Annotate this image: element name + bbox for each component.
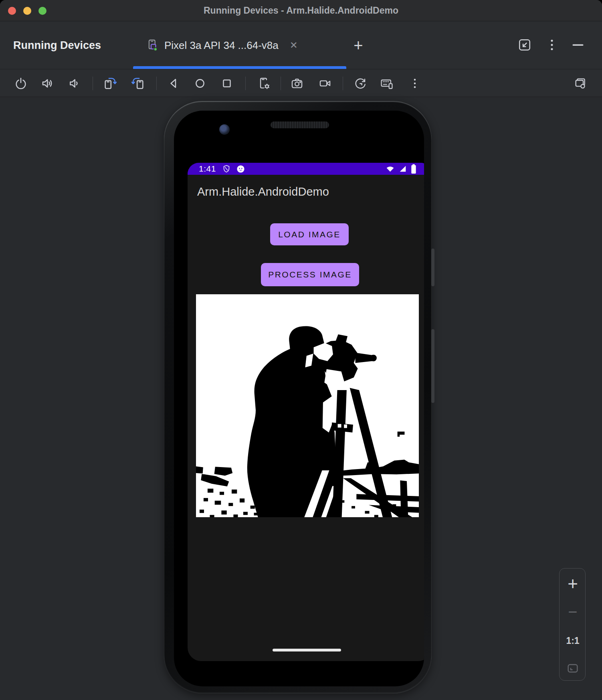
power-side-button [431, 249, 434, 286]
tab-label: Pixel 3a API 34 ...64-v8a [164, 39, 279, 52]
window-title: Running Devices - Arm.Halide.AndroidDemo [0, 0, 602, 21]
process-image-button[interactable]: PROCESS IMAGE [261, 263, 359, 286]
android-back-icon[interactable] [165, 75, 182, 92]
cameraman-threshold-image [196, 294, 419, 517]
rotate-clockwise-icon[interactable] [101, 75, 118, 92]
android-home-icon[interactable] [192, 75, 208, 92]
screenshot-camera-icon[interactable] [289, 75, 305, 92]
toolbar-separator [343, 77, 343, 90]
macos-titlebar: Running Devices - Arm.Halide.AndroidDemo [0, 0, 602, 21]
toolbar-separator [156, 77, 157, 90]
android-display[interactable]: 1:41 [188, 163, 424, 661]
zoom-actual-size-button[interactable]: 1:1 [560, 629, 586, 653]
gesture-home-indicator [273, 649, 341, 651]
rotate-counterclockwise-icon[interactable] [130, 75, 147, 92]
zoom-in-button[interactable]: + [560, 572, 586, 596]
toolbar-separator [93, 77, 93, 90]
status-time: 1:41 [199, 164, 216, 174]
volume-down-icon[interactable] [66, 75, 83, 92]
device-screen: 1:41 [174, 111, 424, 686]
screen-record-icon[interactable] [317, 75, 333, 92]
volume-side-button [431, 329, 434, 403]
app-title: Arm.Halide.AndroidDemo [197, 185, 329, 198]
wifi-icon [386, 164, 395, 174]
tab-pixel-3a[interactable]: Pixel 3a API 34 ...64-v8a ✕ [129, 22, 350, 69]
dock-panel-icon[interactable] [517, 37, 533, 53]
zoom-out-button[interactable]: − [560, 600, 586, 624]
active-tab-indicator [133, 66, 346, 69]
pixel-3a-device-frame: 1:41 [164, 101, 432, 694]
toolbar-separator [281, 77, 281, 90]
device-toolbar [0, 69, 602, 97]
android-overview-icon[interactable] [218, 75, 235, 92]
adb-shield-icon [222, 164, 231, 174]
battery-icon [411, 164, 416, 174]
hide-panel-icon[interactable] [570, 37, 586, 53]
zoom-to-fit-button[interactable] [560, 653, 586, 678]
hardware-input-icon[interactable] [378, 75, 395, 92]
tab-bar: Running Devices Pixel 3a API 34 ...64-v8… [0, 22, 602, 69]
more-options-icon[interactable] [544, 37, 560, 53]
toolbar-more-options-icon[interactable] [406, 75, 423, 92]
notification-face-icon [236, 164, 245, 174]
running-devices-window: Running Devices - Arm.Halide.AndroidDemo… [0, 0, 602, 700]
device-mirror-stage: 1:41 [0, 97, 602, 700]
panel-title: Running Devices [13, 22, 101, 69]
toolbar-separator [245, 77, 246, 90]
zoom-controls-panel: + − 1:1 [559, 568, 586, 681]
volume-up-icon[interactable] [39, 75, 56, 92]
device-settings-icon[interactable] [256, 75, 273, 92]
power-button-icon[interactable] [12, 75, 29, 92]
load-image-button[interactable]: LOAD IMAGE [270, 223, 349, 245]
tab-close-icon[interactable]: ✕ [290, 40, 298, 51]
find-device-window-icon[interactable] [572, 75, 589, 92]
reset-view-icon[interactable] [352, 75, 369, 92]
new-tab-button[interactable]: + [349, 22, 367, 69]
cellular-signal-icon [398, 164, 407, 173]
earpiece-speaker [271, 121, 329, 128]
front-camera [219, 124, 230, 135]
virtual-device-icon [147, 39, 159, 52]
status-bar: 1:41 [188, 163, 424, 175]
